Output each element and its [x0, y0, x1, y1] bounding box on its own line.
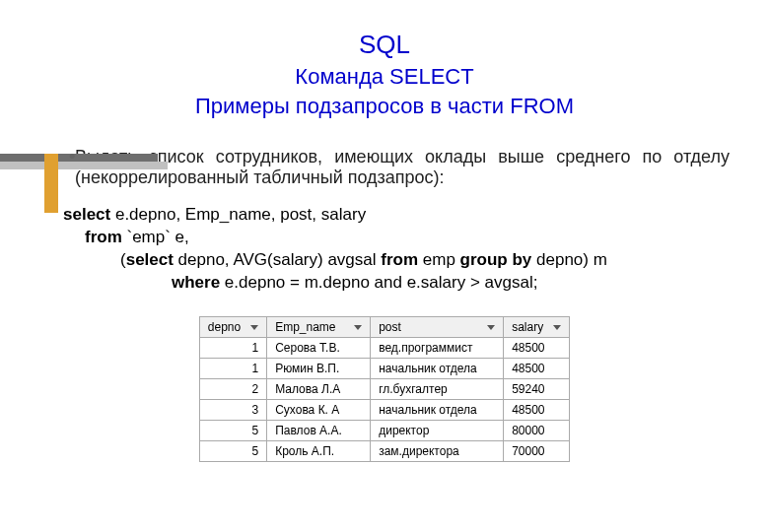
dropdown-icon[interactable]: [354, 325, 362, 330]
code-line-4: where e.depno = m.depno and e.salary > a…: [63, 272, 730, 295]
dropdown-icon[interactable]: [553, 325, 561, 330]
cell-empname: Кроль А.П.: [267, 440, 371, 461]
table-row: 3Сухова К. Аначальник отдела48500: [199, 399, 569, 420]
code-line-2: from `emp` e,: [63, 227, 730, 249]
cell-empname: Малова Л.А: [267, 378, 371, 399]
code-text: `emp` e,: [122, 228, 189, 246]
code-line-3: (select depno, AVG(salary) avgsal from e…: [63, 249, 730, 272]
cell-empname: Рюмин В.П.: [267, 358, 371, 378]
sql-code-block: select e.depno, Emp_name, post, salary f…: [39, 204, 730, 295]
cell-depno: 1: [199, 358, 266, 378]
cell-depno: 3: [199, 399, 266, 420]
bullet-dot-icon: •: [69, 147, 75, 167]
kw-groupby: group by: [460, 250, 532, 269]
table-header-row: depno Emp_name post salary: [199, 316, 569, 337]
cell-empname: Павлов А.А.: [267, 420, 371, 440]
cell-salary: 59240: [504, 378, 570, 399]
cell-depno: 1: [199, 337, 266, 358]
title-block: SQL Команда SELECT Примеры подзапросов в…: [39, 30, 730, 119]
cell-post: начальник отдела: [371, 358, 504, 378]
table-row: 5Павлов А.А.директор80000: [199, 420, 569, 440]
dropdown-icon[interactable]: [250, 325, 258, 330]
kw-from: from: [381, 250, 418, 269]
decor-bars: [0, 154, 177, 175]
col-label: salary: [512, 320, 543, 334]
cell-post: начальник отдела: [371, 399, 504, 420]
code-text: e.depno, Emp_name, post, salary: [110, 205, 366, 224]
code-text: depno) m: [531, 250, 607, 269]
col-empname[interactable]: Emp_name: [267, 316, 371, 337]
cell-salary: 48500: [504, 358, 570, 378]
dropdown-icon[interactable]: [487, 325, 495, 330]
col-depno[interactable]: depno: [199, 316, 266, 337]
col-label: depno: [208, 320, 241, 334]
table-row: 2Малова Л.Агл.бухгалтер59240: [199, 378, 569, 399]
cell-post: зам.директора: [371, 440, 504, 461]
table-row: 1Серова Т.В.вед.программист48500: [199, 337, 569, 358]
cell-empname: Сухова К. А: [267, 399, 371, 420]
kw-select: select: [126, 250, 174, 269]
cell-post: гл.бухгалтер: [371, 378, 504, 399]
cell-depno: 5: [199, 420, 266, 440]
result-table-wrap: depno Emp_name post salary 1Серова Т.В.в…: [39, 316, 730, 462]
col-post[interactable]: post: [371, 316, 504, 337]
table-row: 5Кроль А.П.зам.директора70000: [199, 440, 569, 461]
cell-depno: 5: [199, 440, 266, 461]
table-body: 1Серова Т.В.вед.программист485001Рюмин В…: [199, 337, 569, 461]
col-label: Emp_name: [275, 320, 335, 334]
col-label: post: [379, 320, 401, 334]
col-salary[interactable]: salary: [504, 316, 570, 337]
cell-post: вед.программист: [371, 337, 504, 358]
code-text: e.depno = m.depno and e.salary > avgsal;: [220, 273, 537, 292]
kw-where: where: [172, 273, 220, 292]
cell-post: директор: [371, 420, 504, 440]
cell-salary: 80000: [504, 420, 570, 440]
cell-salary: 48500: [504, 399, 570, 420]
table-row: 1Рюмин В.П.начальник отдела48500: [199, 358, 569, 378]
cell-salary: 48500: [504, 337, 570, 358]
code-text: emp: [418, 250, 460, 269]
kw-select: select: [63, 205, 110, 224]
result-table: depno Emp_name post salary 1Серова Т.В.в…: [199, 316, 570, 462]
title-subtitle: Примеры подзапросов в части FROM: [39, 94, 730, 119]
title-sql: SQL: [39, 30, 730, 60]
code-line-1: select e.depno, Emp_name, post, salary: [63, 204, 730, 227]
code-text: depno, AVG(salary) avgsal: [174, 250, 381, 269]
kw-from: from: [85, 228, 122, 246]
title-select: Команда SELECT: [39, 64, 730, 90]
cell-empname: Серова Т.В.: [267, 337, 371, 358]
cell-depno: 2: [199, 378, 266, 399]
cell-salary: 70000: [504, 440, 570, 461]
